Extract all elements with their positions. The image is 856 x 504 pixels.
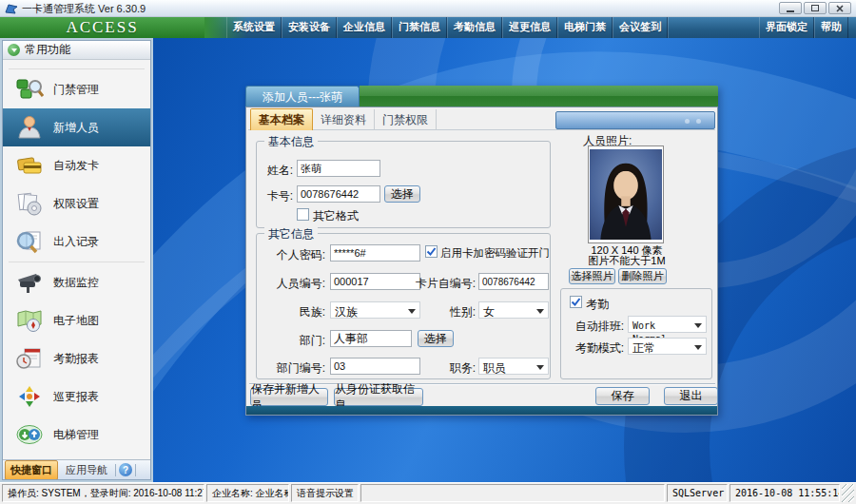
gender-label: 性别: bbox=[409, 304, 476, 320]
divider bbox=[9, 68, 145, 69]
sidebar-item-access-manage[interactable]: 门禁管理 bbox=[3, 70, 150, 108]
tab-basic-profile[interactable]: 基本档案 bbox=[250, 108, 313, 130]
collapse-icon bbox=[8, 44, 20, 56]
menu-lock-ui[interactable]: 界面锁定 bbox=[759, 17, 814, 38]
exit-button[interactable]: 退出 bbox=[664, 387, 718, 405]
menu-system-settings[interactable]: 系统设置 bbox=[226, 17, 282, 38]
resize-grip[interactable] bbox=[842, 484, 854, 502]
chevron-down-icon bbox=[694, 345, 702, 354]
attendance-label: 考勤 bbox=[586, 297, 609, 313]
menu-patrol-info[interactable]: 巡更信息 bbox=[502, 17, 557, 38]
tab-quick-window[interactable]: 快捷窗口 bbox=[5, 460, 58, 480]
card-password-verify-label: 启用卡加密码验证开门 bbox=[440, 246, 550, 261]
app-icon bbox=[5, 3, 18, 14]
divider bbox=[115, 464, 116, 476]
dept-select-button[interactable]: 选择 bbox=[418, 330, 454, 347]
help-icon[interactable]: ? bbox=[119, 463, 132, 476]
dot-icon bbox=[685, 119, 690, 124]
add-person-icon bbox=[15, 115, 44, 140]
dialog-header-bar bbox=[360, 86, 718, 107]
dialog-tabstrip: 基本档案 详细资料 门禁权限 bbox=[250, 110, 437, 130]
voice-settings[interactable]: 语音提示设置 bbox=[291, 484, 359, 502]
menu-access-info[interactable]: 门禁信息 bbox=[392, 17, 447, 38]
statusbar: 操作员: SYSTEM，登录时间: 2016-10-08 11:27:12。 企… bbox=[0, 482, 856, 504]
tab-app-navigation[interactable]: 应用导航 bbox=[61, 461, 112, 479]
door-access-icon bbox=[15, 77, 44, 102]
schedule-select[interactable]: Work Normal bbox=[628, 316, 707, 333]
sidebar-item-label: 新增人员 bbox=[53, 120, 99, 136]
name-input[interactable] bbox=[297, 160, 380, 177]
menu-company-info[interactable]: 企业信息 bbox=[337, 17, 392, 38]
sidebar-item-records[interactable]: 出入记录 bbox=[3, 223, 150, 261]
password-label: 个人密码: bbox=[263, 247, 325, 263]
divider bbox=[135, 464, 136, 476]
sidebar-item-data-monitor[interactable]: 数据监控 bbox=[3, 263, 150, 301]
minimize-button[interactable] bbox=[779, 2, 802, 14]
menu-install-device[interactable]: 安装设备 bbox=[282, 17, 337, 38]
dot-icon bbox=[696, 119, 701, 124]
chevron-down-icon bbox=[694, 323, 702, 332]
duty-select[interactable]: 职员 bbox=[478, 358, 549, 375]
divider bbox=[9, 262, 145, 262]
minimize-icon bbox=[787, 10, 794, 12]
other-info-group: 其它信息 个人密码: 启用卡加密码验证开门 人员编号: 卡片自编号: 民族: bbox=[256, 233, 551, 379]
sidebar-item-add-person[interactable]: 新增人员 bbox=[3, 108, 150, 146]
sidebar-item-label: 电子地图 bbox=[53, 313, 99, 329]
password-input[interactable] bbox=[330, 244, 420, 262]
card-no-input[interactable] bbox=[478, 273, 549, 290]
elevator-icon bbox=[15, 422, 44, 447]
sidebar-item-e-map[interactable]: 电子地图 bbox=[3, 301, 150, 339]
portrait-image bbox=[590, 147, 662, 242]
save-and-new-button[interactable]: 保存并新增人员 bbox=[250, 388, 328, 406]
dialog-body: 基本档案 详细资料 门禁权限 基本信息 姓名: 卡号: bbox=[245, 107, 718, 416]
operator-status: 操作员: SYSTEM，登录时间: 2016-10-08 11:27:12。 bbox=[2, 484, 204, 502]
nation-select[interactable]: 汉族 bbox=[330, 301, 420, 319]
close-button[interactable] bbox=[828, 2, 851, 14]
sidebar-item-patrol-report[interactable]: 巡更报表 bbox=[3, 378, 150, 416]
close-icon bbox=[836, 5, 844, 12]
menu-meeting-signin[interactable]: 会议签到 bbox=[613, 17, 668, 38]
tab-access-rights[interactable]: 门禁权限 bbox=[375, 109, 437, 130]
sidebar-item-elevator[interactable]: 电梯管理 bbox=[3, 416, 150, 454]
duty-label: 职务: bbox=[409, 360, 476, 377]
mode-select[interactable]: 正常 bbox=[628, 338, 707, 355]
card-select-button[interactable]: 选择 bbox=[384, 185, 420, 203]
choose-photo-button[interactable]: 选择照片 bbox=[569, 268, 615, 284]
company-status: 企业名称: 企业名称 bbox=[206, 484, 289, 502]
sidebar-item-attendance-report[interactable]: 考勤报表 bbox=[3, 339, 150, 378]
permission-icon bbox=[15, 191, 44, 216]
sidebar-header[interactable]: 常用功能 bbox=[3, 41, 150, 60]
schedule-label: 自动排班: bbox=[565, 319, 624, 335]
dept-no-input[interactable] bbox=[330, 358, 420, 375]
gender-select[interactable]: 女 bbox=[478, 301, 549, 319]
save-button[interactable]: 保存 bbox=[595, 387, 650, 405]
check-icon bbox=[570, 296, 582, 308]
dialog-header: 添加人员---张萌 bbox=[245, 86, 718, 107]
sidebar: 常用功能 门禁管理 bbox=[0, 38, 153, 482]
sidebar-item-permission[interactable]: 权限设置 bbox=[3, 184, 150, 223]
menu-elevator-access[interactable]: 电梯门禁 bbox=[557, 17, 613, 38]
sidebar-bottom-tabs: 快捷窗口 应用导航 ? bbox=[3, 459, 150, 479]
empty-status-panel bbox=[360, 484, 665, 502]
duty-value: 职员 bbox=[483, 361, 506, 375]
attendance-checkbox[interactable] bbox=[570, 296, 582, 308]
delete-photo-button[interactable]: 删除照片 bbox=[618, 268, 667, 284]
other-format-checkbox[interactable] bbox=[297, 208, 309, 221]
card-password-verify-checkbox[interactable] bbox=[425, 245, 438, 258]
tab-detail-info[interactable]: 详细资料 bbox=[313, 109, 375, 130]
menu-help[interactable]: 帮助 bbox=[814, 17, 848, 38]
menu-attendance-info[interactable]: 考勤信息 bbox=[447, 17, 502, 38]
dept-no-label: 部门编号: bbox=[263, 360, 325, 377]
from-idcard-button[interactable]: 从身份证获取信息 bbox=[334, 388, 423, 406]
dept-label: 部门: bbox=[263, 333, 325, 349]
menubar: 系统设置 安装设备 企业信息 门禁信息 考勤信息 巡更信息 电梯门禁 会议签到 … bbox=[226, 17, 856, 38]
patrol-report-icon bbox=[15, 384, 44, 409]
nation-value: 汉族 bbox=[335, 305, 358, 319]
desktop-background: 添加人员---张萌 基本档案 详细资料 门禁权限 bbox=[153, 38, 856, 482]
window-title: 一卡通管理系统 Ver 6.30.9 bbox=[22, 2, 146, 16]
dept-input[interactable] bbox=[330, 330, 412, 347]
card-label: 卡号: bbox=[261, 188, 293, 204]
card-input[interactable] bbox=[297, 185, 380, 203]
maximize-button[interactable] bbox=[804, 2, 827, 14]
sidebar-item-auto-card[interactable]: 自动发卡 bbox=[3, 146, 150, 184]
